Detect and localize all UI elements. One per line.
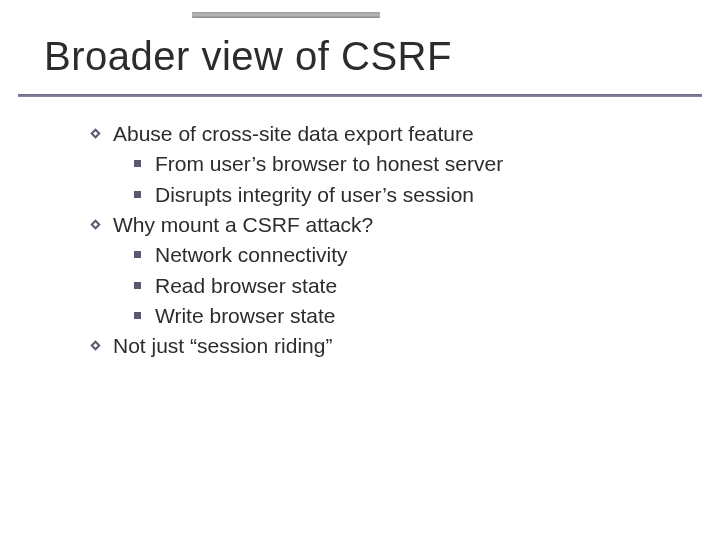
bullet-item: Not just “session riding” [90, 332, 680, 360]
sub-bullet-text: From user’s browser to honest server [155, 150, 503, 178]
sub-bullet-text: Read browser state [155, 272, 337, 300]
sub-bullet-item: Read browser state [134, 272, 680, 300]
sub-bullet-text: Write browser state [155, 302, 336, 330]
diamond-bullet-icon [90, 128, 101, 139]
title-underline [18, 94, 702, 97]
diamond-bullet-icon [90, 219, 101, 230]
top-divider [192, 12, 380, 18]
square-bullet-icon [134, 160, 141, 167]
square-bullet-icon [134, 312, 141, 319]
sub-bullet-item: Network connectivity [134, 241, 680, 269]
sub-bullet-item: From user’s browser to honest server [134, 150, 680, 178]
sub-bullet-item: Write browser state [134, 302, 680, 330]
sub-bullet-text: Network connectivity [155, 241, 348, 269]
bullet-item: Why mount a CSRF attack? [90, 211, 680, 239]
bullet-text: Abuse of cross-site data export feature [113, 120, 474, 148]
bullet-text: Not just “session riding” [113, 332, 332, 360]
bullet-text: Why mount a CSRF attack? [113, 211, 373, 239]
bullet-item: Abuse of cross-site data export feature [90, 120, 680, 148]
square-bullet-icon [134, 191, 141, 198]
slide-content: Abuse of cross-site data export feature … [90, 120, 680, 363]
diamond-bullet-icon [90, 340, 101, 351]
square-bullet-icon [134, 282, 141, 289]
slide-title: Broader view of CSRF [44, 34, 452, 79]
square-bullet-icon [134, 251, 141, 258]
sub-bullet-item: Disrupts integrity of user’s session [134, 181, 680, 209]
sub-bullet-text: Disrupts integrity of user’s session [155, 181, 474, 209]
